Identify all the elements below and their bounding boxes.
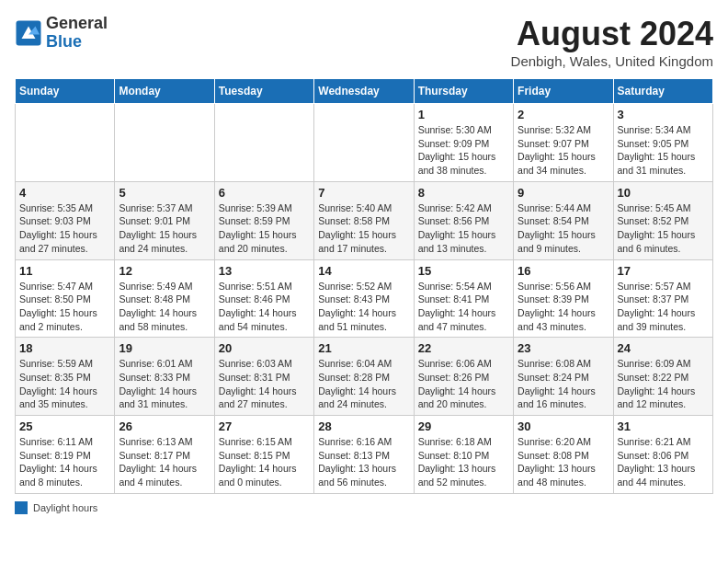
day-number: 17 [618,264,709,278]
calendar-week-4: 18Sunrise: 5:59 AM Sunset: 8:35 PM Dayli… [16,338,713,416]
calendar-cell: 27Sunrise: 6:15 AM Sunset: 8:15 PM Dayli… [214,416,313,494]
day-number: 21 [318,341,409,355]
day-info: Sunrise: 5:42 AM Sunset: 8:56 PM Dayligh… [418,201,509,256]
day-info: Sunrise: 5:59 AM Sunset: 8:35 PM Dayligh… [19,357,110,411]
day-number: 31 [618,419,709,433]
weekday-header-row: SundayMondayTuesdayWednesdayThursdayFrid… [16,79,713,104]
day-info: Sunrise: 6:18 AM Sunset: 8:10 PM Dayligh… [418,435,509,489]
day-info: Sunrise: 6:16 AM Sunset: 8:13 PM Dayligh… [318,435,409,489]
day-info: Sunrise: 6:13 AM Sunset: 8:17 PM Dayligh… [119,435,210,489]
weekday-header-thursday: Thursday [414,79,513,104]
calendar-cell: 13Sunrise: 5:51 AM Sunset: 8:46 PM Dayli… [214,259,313,338]
logo-icon [15,19,42,47]
day-number: 12 [119,264,210,278]
day-info: Sunrise: 5:57 AM Sunset: 8:37 PM Dayligh… [618,280,709,334]
day-number: 19 [119,341,210,355]
day-number: 27 [219,419,310,433]
day-number: 20 [219,341,310,355]
calendar-week-5: 25Sunrise: 6:11 AM Sunset: 8:19 PM Dayli… [16,416,713,494]
day-info: Sunrise: 6:11 AM Sunset: 8:19 PM Dayligh… [19,435,110,489]
day-info: Sunrise: 5:44 AM Sunset: 8:54 PM Dayligh… [518,201,609,256]
day-number: 2 [518,108,609,121]
day-info: Sunrise: 5:34 AM Sunset: 9:05 PM Dayligh… [618,123,709,178]
day-info: Sunrise: 5:35 AM Sunset: 9:03 PM Dayligh… [19,201,110,256]
legend-color-box [15,501,28,514]
logo-general: General [46,14,108,32]
legend-label: Daylight hours [33,502,97,513]
day-info: Sunrise: 5:51 AM Sunset: 8:46 PM Dayligh… [219,280,310,334]
calendar-cell: 7Sunrise: 5:40 AM Sunset: 8:58 PM Daylig… [314,181,414,259]
day-number: 26 [119,419,210,433]
day-info: Sunrise: 5:39 AM Sunset: 8:59 PM Dayligh… [219,201,310,256]
title-block: August 2024 Denbigh, Wales, United Kingd… [511,15,713,69]
calendar-cell: 8Sunrise: 5:42 AM Sunset: 8:56 PM Daylig… [414,181,513,259]
day-number: 5 [119,186,210,200]
calendar-cell [314,104,414,182]
day-number: 6 [219,186,310,200]
month-year-title: August 2024 [511,15,713,53]
calendar-cell: 3Sunrise: 5:34 AM Sunset: 9:05 PM Daylig… [613,104,712,182]
weekday-header-tuesday: Tuesday [214,79,313,104]
day-number: 23 [518,341,609,355]
day-number: 13 [219,264,310,278]
day-number: 10 [618,186,709,200]
calendar-cell: 29Sunrise: 6:18 AM Sunset: 8:10 PM Dayli… [414,416,513,494]
calendar-cell: 21Sunrise: 6:04 AM Sunset: 8:28 PM Dayli… [314,338,414,416]
day-info: Sunrise: 5:54 AM Sunset: 8:41 PM Dayligh… [418,280,509,334]
day-info: Sunrise: 5:56 AM Sunset: 8:39 PM Dayligh… [518,280,609,334]
calendar-cell: 25Sunrise: 6:11 AM Sunset: 8:19 PM Dayli… [16,416,115,494]
calendar-week-2: 4Sunrise: 5:35 AM Sunset: 9:03 PM Daylig… [16,181,713,259]
day-info: Sunrise: 5:30 AM Sunset: 9:09 PM Dayligh… [418,123,509,178]
day-number: 8 [418,186,509,200]
calendar-table: SundayMondayTuesdayWednesdayThursdayFrid… [15,78,713,494]
day-info: Sunrise: 6:08 AM Sunset: 8:24 PM Dayligh… [518,357,609,411]
calendar-week-3: 11Sunrise: 5:47 AM Sunset: 8:50 PM Dayli… [16,259,713,338]
calendar-cell: 11Sunrise: 5:47 AM Sunset: 8:50 PM Dayli… [16,259,115,338]
day-info: Sunrise: 6:15 AM Sunset: 8:15 PM Dayligh… [219,435,310,489]
logo-blue: Blue [46,32,82,51]
day-number: 22 [418,341,509,355]
calendar-cell [115,104,214,182]
calendar-cell: 22Sunrise: 6:06 AM Sunset: 8:26 PM Dayli… [414,338,513,416]
weekday-header-wednesday: Wednesday [314,79,414,104]
calendar-cell: 28Sunrise: 6:16 AM Sunset: 8:13 PM Dayli… [314,416,414,494]
day-number: 14 [318,264,409,278]
day-number: 16 [518,264,609,278]
legend: Daylight hours [15,501,713,514]
day-number: 25 [19,419,110,433]
day-number: 18 [19,341,110,355]
weekday-header-saturday: Saturday [613,79,712,104]
day-number: 4 [19,186,110,200]
logo-text: General Blue [46,15,108,52]
day-info: Sunrise: 5:52 AM Sunset: 8:43 PM Dayligh… [318,280,409,334]
calendar-cell: 1Sunrise: 5:30 AM Sunset: 9:09 PM Daylig… [414,104,513,182]
day-info: Sunrise: 6:04 AM Sunset: 8:28 PM Dayligh… [318,357,409,411]
calendar-cell: 31Sunrise: 6:21 AM Sunset: 8:06 PM Dayli… [613,416,712,494]
day-number: 1 [418,108,509,121]
calendar-cell: 2Sunrise: 5:32 AM Sunset: 9:07 PM Daylig… [514,104,613,182]
calendar-cell: 23Sunrise: 6:08 AM Sunset: 8:24 PM Dayli… [514,338,613,416]
day-info: Sunrise: 6:01 AM Sunset: 8:33 PM Dayligh… [119,357,210,411]
day-info: Sunrise: 6:03 AM Sunset: 8:31 PM Dayligh… [219,357,310,411]
day-info: Sunrise: 5:32 AM Sunset: 9:07 PM Dayligh… [518,123,609,178]
calendar-cell: 15Sunrise: 5:54 AM Sunset: 8:41 PM Dayli… [414,259,513,338]
location-subtitle: Denbigh, Wales, United Kingdom [511,53,713,69]
day-number: 29 [418,419,509,433]
day-info: Sunrise: 5:40 AM Sunset: 8:58 PM Dayligh… [318,201,409,256]
calendar-cell: 19Sunrise: 6:01 AM Sunset: 8:33 PM Dayli… [115,338,214,416]
day-number: 9 [518,186,609,200]
calendar-cell: 5Sunrise: 5:37 AM Sunset: 9:01 PM Daylig… [115,181,214,259]
weekday-header-sunday: Sunday [16,79,115,104]
day-info: Sunrise: 6:21 AM Sunset: 8:06 PM Dayligh… [618,435,709,489]
calendar-cell: 10Sunrise: 5:45 AM Sunset: 8:52 PM Dayli… [613,181,712,259]
calendar-cell: 16Sunrise: 5:56 AM Sunset: 8:39 PM Dayli… [514,259,613,338]
calendar-cell: 4Sunrise: 5:35 AM Sunset: 9:03 PM Daylig… [16,181,115,259]
weekday-header-friday: Friday [514,79,613,104]
day-info: Sunrise: 5:49 AM Sunset: 8:48 PM Dayligh… [119,280,210,334]
calendar-cell [16,104,115,182]
day-number: 7 [318,186,409,200]
day-info: Sunrise: 6:09 AM Sunset: 8:22 PM Dayligh… [618,357,709,411]
calendar-cell: 26Sunrise: 6:13 AM Sunset: 8:17 PM Dayli… [115,416,214,494]
calendar-cell: 17Sunrise: 5:57 AM Sunset: 8:37 PM Dayli… [613,259,712,338]
day-info: Sunrise: 6:06 AM Sunset: 8:26 PM Dayligh… [418,357,509,411]
